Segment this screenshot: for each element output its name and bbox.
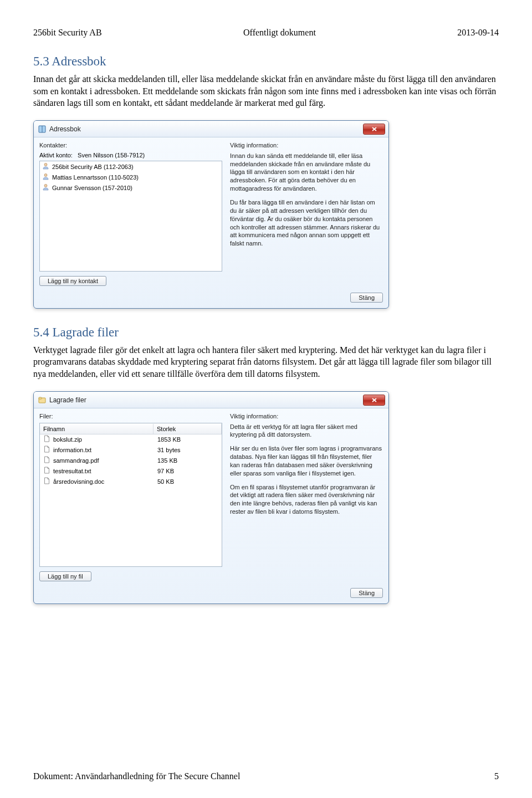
active-account-line: Aktivt konto: Sven Nilsson (158-7912) — [39, 152, 222, 158]
file-size: 97 KB — [157, 467, 218, 475]
file-size: 1853 KB — [157, 436, 218, 444]
svg-rect-6 — [39, 397, 42, 399]
section-body-adressbok: Innan det går att skicka meddelanden til… — [33, 73, 499, 109]
contact-name: Gunnar Svensson (157-2010) — [52, 184, 132, 192]
page-header: 256bit Security AB Offentligt dokument 2… — [33, 28, 499, 38]
file-size: 135 KB — [157, 457, 218, 465]
file-icon — [43, 456, 53, 466]
info-label-1: Viktig information: — [230, 142, 383, 149]
files-listbox[interactable]: Filnamn Storlek bokslut.zip1853 KBinform… — [39, 423, 222, 567]
file-icon — [43, 477, 53, 487]
svg-point-4 — [44, 184, 47, 187]
file-icon — [43, 467, 53, 476]
file-list-item[interactable]: sammandrag.pdf135 KB — [40, 456, 222, 466]
contact-name: Mattias Lennartsson (110-5023) — [52, 173, 139, 182]
close-button[interactable] — [363, 395, 385, 406]
folder-icon — [38, 396, 46, 404]
contact-name: 256bit Security AB (112-2063) — [52, 163, 134, 171]
page-footer: Dokument: Användarhandledning för The Se… — [33, 771, 499, 781]
file-name: information.txt — [53, 446, 91, 454]
file-icon — [43, 435, 53, 444]
active-account-label: Aktivt konto: — [39, 152, 73, 158]
lagrade-title: Lagrade filer — [49, 396, 363, 404]
header-filename[interactable]: Filnamn — [40, 424, 154, 434]
close-dialog-button[interactable]: Stäng — [350, 293, 383, 303]
contact-list-item[interactable]: 256bit Security AB (112-2063) — [40, 162, 222, 172]
active-account-name: Sven Nilsson (158-7912) — [78, 152, 145, 158]
info-label-2: Viktig information: — [230, 413, 383, 420]
info-paragraph-2c: Om en fil sparas i filsystemet utanför p… — [230, 483, 383, 516]
person-icon — [42, 183, 52, 193]
adressbok-title: Adressbok — [49, 125, 363, 133]
book-icon — [38, 125, 46, 133]
close-button[interactable] — [363, 124, 385, 135]
file-size: 31 bytes — [157, 446, 218, 454]
contact-list-item[interactable]: Mattias Lennartsson (110-5023) — [40, 172, 222, 183]
person-icon — [42, 173, 52, 182]
files-label: Filer: — [39, 413, 222, 420]
file-list-item[interactable]: information.txt31 bytes — [40, 445, 222, 456]
close-dialog-button[interactable]: Stäng — [350, 588, 383, 598]
person-icon — [42, 162, 52, 172]
files-list-header[interactable]: Filnamn Storlek — [40, 424, 222, 434]
info-paragraph-2b: Här ser du en lista över filer som lagra… — [230, 444, 383, 477]
contact-list-item[interactable]: Gunnar Svensson (157-2010) — [40, 183, 222, 193]
header-company: 256bit Security AB — [33, 28, 102, 38]
header-date: 2013-09-14 — [457, 28, 499, 38]
file-list-item[interactable]: testresultat.txt97 KB — [40, 466, 222, 477]
svg-point-2 — [44, 163, 47, 166]
close-icon — [371, 126, 377, 132]
info-paragraph-1a: Innan du kan sända ett meddelande till, … — [230, 152, 383, 193]
file-list-item[interactable]: årsredovisning.doc50 KB — [40, 477, 222, 487]
add-contact-button[interactable]: Lägg till ny kontakt — [39, 276, 106, 286]
section-heading-adressbok: 5.3 Adressbok — [33, 54, 499, 69]
adressbok-dialog: Adressbok Kontakter: Aktivt konto: Sven … — [33, 120, 389, 309]
close-icon — [371, 397, 377, 403]
lagrade-filer-dialog: Lagrade filer Filer: Filnamn Storlek bok… — [33, 391, 389, 604]
contacts-listbox[interactable]: 256bit Security AB (112-2063)Mattias Len… — [39, 161, 222, 272]
file-name: sammandrag.pdf — [53, 457, 99, 465]
file-name: bokslut.zip — [53, 436, 82, 444]
file-name: årsredovisning.doc — [53, 478, 104, 486]
svg-point-3 — [44, 173, 47, 176]
header-doc-type: Offentligt dokument — [243, 28, 316, 38]
info-paragraph-1b: Du får bara lägga till en användare i de… — [230, 198, 383, 248]
footer-document-name: Dokument: Användarhandledning för The Se… — [33, 771, 240, 781]
file-name: testresultat.txt — [53, 467, 91, 475]
section-body-lagrade: Verktyget lagrade filer gör det enkelt a… — [33, 344, 499, 380]
file-icon — [43, 446, 53, 455]
info-paragraph-2a: Detta är ett verktyg för att lagra filer… — [230, 423, 383, 439]
header-size[interactable]: Storlek — [154, 424, 222, 434]
lagrade-titlebar[interactable]: Lagrade filer — [34, 392, 388, 408]
footer-page-number: 5 — [494, 771, 499, 781]
file-list-item[interactable]: bokslut.zip1853 KB — [40, 434, 222, 445]
contacts-label: Kontakter: — [39, 142, 222, 149]
section-heading-lagrade: 5.4 Lagrade filer — [33, 325, 499, 340]
add-file-button[interactable]: Lägg till ny fil — [39, 571, 91, 581]
adressbok-titlebar[interactable]: Adressbok — [34, 121, 388, 137]
file-size: 50 KB — [157, 478, 218, 486]
